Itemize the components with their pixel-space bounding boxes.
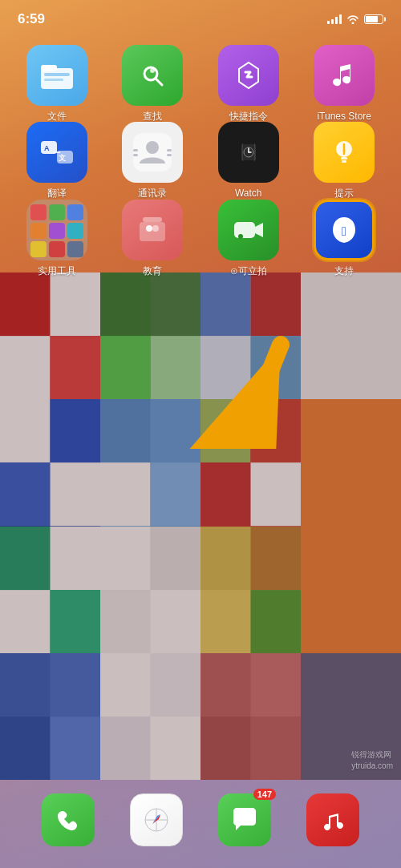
- app-utility-folder[interactable]: 实用工具: [13, 200, 101, 277]
- app-translate[interactable]: A 文 翻译: [13, 122, 101, 199]
- dock-messages[interactable]: 147: [218, 793, 271, 846]
- svg-rect-34: [234, 222, 255, 238]
- app-shortcuts[interactable]: 快捷指令: [205, 45, 293, 122]
- app-watch[interactable]: Watch: [205, 122, 293, 199]
- app-facetime[interactable]: ⊙可立拍: [205, 200, 293, 277]
- svg-rect-30: [140, 222, 165, 241]
- status-bar: 6:59: [0, 0, 401, 34]
- app-icon-shortcuts: [218, 45, 279, 106]
- svg-point-32: [146, 225, 152, 232]
- dock: 147: [0, 780, 401, 868]
- app-icon-support: : [314, 200, 375, 260]
- app-label-shortcuts: 快捷指令: [229, 111, 268, 122]
- status-time: 6:59: [18, 11, 45, 27]
- app-itunes[interactable]: iTunes Store: [301, 45, 389, 122]
- svg-line-6: [156, 79, 162, 85]
- battery-icon: [364, 14, 383, 24]
- dock-icon-safari: [130, 793, 183, 846]
- app-icon-translate: A 文: [26, 122, 87, 183]
- app-label-facetime: ⊙可立拍: [230, 265, 267, 277]
- svg-rect-31: [143, 217, 162, 222]
- dock-icon-music: [306, 793, 359, 846]
- svg-point-29: [343, 150, 346, 152]
- app-label-files: 文件: [47, 111, 67, 122]
- svg-rect-21: [242, 160, 255, 165]
- app-label-watch: Watch: [235, 188, 262, 199]
- svg-rect-27: [342, 160, 346, 163]
- app-label-translate: 翻译: [47, 188, 67, 199]
- app-label-support: 支持: [334, 265, 354, 277]
- app-icon-files: [26, 45, 87, 106]
- app-find[interactable]: 查找: [109, 45, 197, 122]
- status-icons: [327, 14, 383, 24]
- app-support[interactable]:  支持: [301, 200, 389, 277]
- svg-text:文: 文: [59, 154, 66, 162]
- svg-rect-16: [133, 154, 138, 156]
- dock-music[interactable]: [306, 793, 359, 846]
- svg-marker-35: [255, 223, 263, 237]
- apps-grid-row2: A 文 翻译 通讯录: [0, 122, 401, 199]
- app-icon-tips: [314, 122, 375, 183]
- app-icon-itunes: [314, 45, 375, 106]
- app-label-tips: 提示: [334, 188, 354, 199]
- svg-point-33: [152, 225, 159, 232]
- app-icon-utility: [26, 200, 87, 260]
- app-label-itunes: iTunes Store: [317, 111, 371, 122]
- svg-point-14: [146, 141, 159, 154]
- svg-text:: : [342, 224, 346, 238]
- app-icon-facetime: [218, 200, 279, 260]
- app-files[interactable]: 文件: [13, 45, 101, 122]
- svg-text:A: A: [44, 144, 50, 152]
- dock-icon-messages: [218, 793, 271, 846]
- svg-rect-1: [41, 65, 57, 71]
- svg-rect-3: [44, 79, 63, 81]
- app-contacts[interactable]: 通讯录: [109, 122, 197, 199]
- svg-line-91: [249, 345, 281, 425]
- svg-rect-20: [242, 139, 255, 144]
- app-tips[interactable]: 提示: [301, 122, 389, 199]
- highlight-arrow: [160, 305, 305, 449]
- app-icon-watch: [218, 122, 279, 183]
- app-label-utility: 实用工具: [38, 265, 76, 277]
- svg-rect-26: [341, 157, 347, 159]
- apps-grid-row3: 实用工具 教育 ⊙可立拍 : [0, 200, 401, 277]
- app-label-contacts: 通讯录: [138, 188, 167, 199]
- svg-point-36: [238, 234, 243, 239]
- wifi-icon: [346, 14, 359, 24]
- app-label-find: 查找: [143, 111, 162, 122]
- watermark: 锐得游戏网ytruida.com: [351, 749, 393, 772]
- app-icon-contacts: [122, 122, 183, 183]
- signal-icon: [327, 14, 342, 24]
- messages-badge: 147: [253, 789, 276, 800]
- app-icon-education: [122, 200, 183, 260]
- svg-point-4: [136, 59, 168, 91]
- apps-grid-row1: 文件 查找 快捷指令 iTunes Store: [0, 37, 401, 122]
- app-label-education: 教育: [143, 265, 162, 277]
- svg-point-7: [150, 68, 155, 73]
- dock-safari[interactable]: [130, 793, 183, 846]
- app-icon-find: [122, 45, 183, 106]
- svg-rect-17: [167, 149, 172, 151]
- app-education[interactable]: 教育: [109, 200, 197, 277]
- svg-rect-18: [167, 154, 172, 156]
- svg-rect-2: [44, 73, 70, 76]
- dock-icon-phone: [42, 793, 95, 846]
- svg-rect-15: [133, 149, 138, 151]
- dock-phone[interactable]: [42, 793, 95, 846]
